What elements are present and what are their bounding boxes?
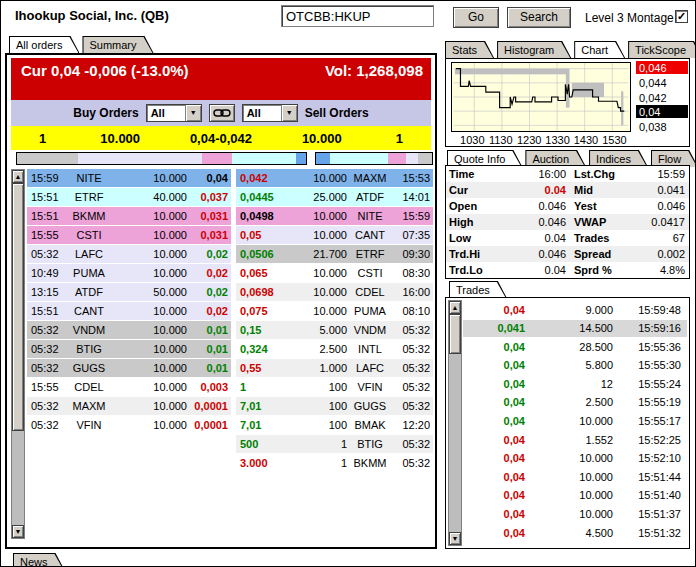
ask-row[interactable]: 0,155.000VNDM05:32 bbox=[236, 321, 433, 339]
cell-m: CDEL bbox=[65, 381, 113, 393]
bid-row[interactable]: 15:59NITE10.0000,04 bbox=[27, 169, 231, 187]
trades-scrollbar[interactable]: ▲ ▼ bbox=[448, 300, 462, 546]
ask-row[interactable]: 0,0510.000CANT07:35 bbox=[236, 226, 433, 244]
tab-trades[interactable]: Trades bbox=[449, 281, 507, 298]
cell-v: 16:00 bbox=[502, 168, 566, 180]
cell-v2: 0.046 bbox=[632, 200, 689, 212]
cell-p: 0,037 bbox=[187, 191, 231, 203]
search-button[interactable]: Search bbox=[507, 7, 571, 28]
bid-row[interactable]: 15:55CDEL10.0000,003 bbox=[27, 378, 231, 396]
trade-row[interactable]: 0,0410.00015:51:37 bbox=[463, 506, 687, 523]
bid-row[interactable]: 05:32BTIG10.0000,01 bbox=[27, 340, 231, 358]
cell-t: 15:51:37 bbox=[613, 508, 687, 520]
ask-row[interactable]: 7,01100GUGS05:32 bbox=[236, 397, 433, 415]
cell-t: 14:01 bbox=[393, 191, 433, 203]
scroll-down-icon[interactable]: ▼ bbox=[12, 525, 24, 538]
trade-row[interactable]: 0,04114.50015:59:16 bbox=[463, 320, 687, 337]
tab-stats[interactable]: Stats bbox=[445, 41, 494, 58]
scroll-down-icon[interactable]: ▼ bbox=[449, 532, 461, 545]
bid-row[interactable]: 10:49PUMA10.0000,02 bbox=[27, 264, 231, 282]
trades-list: 0,049.00015:59:480,04114.50015:59:160,04… bbox=[463, 301, 687, 543]
depth-segment bbox=[388, 153, 407, 164]
depth-segment bbox=[418, 153, 432, 164]
ask-row[interactable]: 0,044525.000ATDF14:01 bbox=[236, 188, 433, 206]
chevron-down-icon[interactable]: ▼ bbox=[185, 105, 201, 121]
trade-row[interactable]: 0,0410.00015:51:44 bbox=[463, 468, 687, 485]
trade-row[interactable]: 0,042.50015:55:19 bbox=[463, 394, 687, 411]
ask-row[interactable]: 0,07510.000PUMA08:10 bbox=[236, 302, 433, 320]
go-button[interactable]: Go bbox=[453, 7, 499, 28]
tab-news[interactable]: News bbox=[13, 553, 65, 567]
link-sides-button[interactable] bbox=[209, 104, 235, 122]
buy-filter-select[interactable]: All ▼ bbox=[146, 104, 202, 122]
cell-s: 10.000 bbox=[288, 210, 347, 222]
ask-row[interactable]: 0,06510.000CSTI08:30 bbox=[236, 264, 433, 282]
ask-row[interactable]: 0,049810.000NITE15:59 bbox=[236, 207, 433, 225]
bid-row[interactable]: 13:15ATDF50.0000,02 bbox=[27, 283, 231, 301]
cell-t: 08:10 bbox=[393, 305, 433, 317]
ask-row[interactable]: 0,551.000LAFC05:32 bbox=[236, 359, 433, 377]
bid-row[interactable]: 15:51ETRF40.0000,037 bbox=[27, 188, 231, 206]
cell-m: CDEL bbox=[347, 286, 393, 298]
scrollbar-thumb[interactable] bbox=[449, 314, 461, 354]
trade-row[interactable]: 0,045.80015:55:30 bbox=[463, 357, 687, 374]
bid-row[interactable]: 05:32MAXM10.0000,0001 bbox=[27, 397, 231, 415]
cell-l2: Yest bbox=[566, 200, 632, 212]
symbol-input[interactable] bbox=[281, 5, 434, 27]
bid-row[interactable]: 15:51CANT10.0000,02 bbox=[27, 302, 231, 320]
trade-row[interactable]: 0,044.50015:51:32 bbox=[463, 524, 687, 541]
cell-s: 10.000 bbox=[113, 343, 187, 355]
ask-row[interactable]: 0,3242.500INTL05:32 bbox=[236, 340, 433, 358]
ask-row[interactable]: 7,01100BMAK12:20 bbox=[236, 416, 433, 434]
cell-s: 5.000 bbox=[288, 324, 347, 336]
ask-row[interactable]: 0,050621.700ETRF09:30 bbox=[236, 245, 433, 263]
cell-t: 15:55:36 bbox=[613, 341, 687, 353]
trade-row[interactable]: 0,041215:55:24 bbox=[463, 375, 687, 392]
cell-p: 0,04 bbox=[463, 434, 525, 446]
tab-all-orders[interactable]: All orders bbox=[9, 36, 79, 53]
ask-row[interactable]: 1100VFIN05:32 bbox=[236, 378, 433, 396]
bid-row[interactable]: 05:32VNDM10.0000,01 bbox=[27, 321, 231, 339]
trade-row[interactable]: 0,0428.50015:55:36 bbox=[463, 338, 687, 355]
tab-tickscope[interactable]: TickScope bbox=[628, 41, 696, 58]
sell-orders-label: Sell Orders bbox=[305, 106, 369, 120]
cell-v2: 4.8% bbox=[632, 264, 689, 276]
cell-p: 0,075 bbox=[236, 305, 288, 317]
cell-t: 13:15 bbox=[27, 286, 65, 298]
ask-row[interactable]: 0,04210.000MAXM15:53 bbox=[236, 169, 433, 187]
tab-summary[interactable]: Summary bbox=[82, 36, 153, 53]
cell-s: 10.000 bbox=[288, 172, 347, 184]
tab-label: Trades bbox=[450, 282, 506, 298]
trade-row[interactable]: 0,0410.00015:55:17 bbox=[463, 413, 687, 430]
trade-row[interactable]: 0,0410.00015:52:10 bbox=[463, 450, 687, 467]
bid-row[interactable]: 05:32LAFC10.0000,02 bbox=[27, 245, 231, 263]
bid-row[interactable]: 05:32GUGS10.0000,01 bbox=[27, 359, 231, 377]
security-title: Ihookup Social, Inc. (QB) bbox=[15, 8, 169, 23]
ask-row[interactable]: 0,069810.000CDEL16:00 bbox=[236, 283, 433, 301]
trade-row[interactable]: 0,0410.00015:51:40 bbox=[463, 487, 687, 504]
trade-row[interactable]: 0,041.55215:52:25 bbox=[463, 431, 687, 448]
tab-histogram[interactable]: Histogram bbox=[497, 41, 571, 58]
chevron-down-icon[interactable]: ▼ bbox=[281, 105, 297, 121]
ask-row[interactable]: 3.0001BKMM05:32 bbox=[236, 454, 433, 472]
cell-m: BKMM bbox=[65, 210, 113, 222]
trade-row[interactable]: 0,049.00015:59:48 bbox=[463, 301, 687, 318]
cell-v2: 15:59 bbox=[632, 168, 689, 180]
bid-row[interactable]: 15:51BKMM10.0000,031 bbox=[27, 207, 231, 225]
scroll-up-icon[interactable]: ▲ bbox=[449, 301, 461, 314]
cell-m: BTIG bbox=[65, 343, 113, 355]
level3-montage-label: Level 3 Montage bbox=[585, 11, 674, 25]
tab-chart[interactable]: Chart bbox=[574, 41, 625, 58]
bid-row[interactable]: 05:32VFIN10.0000,0001 bbox=[27, 416, 231, 434]
sell-filter-select[interactable]: All ▼ bbox=[242, 104, 298, 122]
level3-montage-checkbox[interactable]: ✓ bbox=[675, 10, 688, 23]
cell-m: CSTI bbox=[65, 229, 113, 241]
scroll-up-icon[interactable]: ▲ bbox=[12, 170, 24, 183]
orderbook-scrollbar[interactable]: ▲ ▼ bbox=[11, 169, 25, 539]
bid-row[interactable]: 15:55CSTI10.0000,031 bbox=[27, 226, 231, 244]
scrollbar-thumb[interactable] bbox=[12, 183, 24, 431]
tab-label: News bbox=[14, 554, 64, 567]
cell-s: 5.800 bbox=[525, 359, 613, 371]
ask-row[interactable]: 5001BTIG05:32 bbox=[236, 435, 433, 453]
cell-s: 10.000 bbox=[113, 229, 187, 241]
